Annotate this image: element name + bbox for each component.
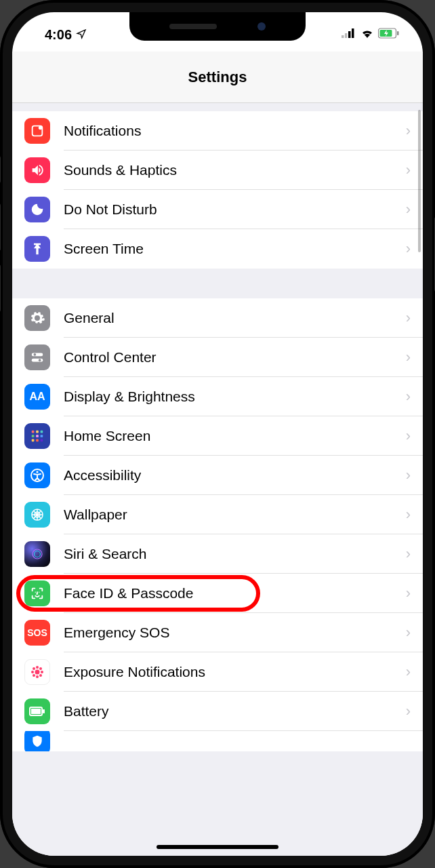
- home-screen-icon: [24, 423, 50, 449]
- home-indicator[interactable]: [157, 845, 278, 849]
- chevron-right-icon: ›: [406, 585, 411, 602]
- row-label: Sounds & Haptics: [64, 162, 406, 178]
- chevron-right-icon: ›: [406, 624, 411, 642]
- row-label: Battery: [64, 703, 406, 719]
- svg-rect-16: [32, 435, 35, 437]
- chevron-right-icon: ›: [406, 427, 411, 445]
- svg-rect-3: [352, 28, 354, 38]
- row-screen-time[interactable]: Screen Time ›: [12, 229, 423, 269]
- row-label: Emergency SOS: [64, 625, 406, 641]
- speaker-grille: [169, 24, 217, 29]
- chevron-right-icon: ›: [406, 388, 411, 406]
- chevron-right-icon: ›: [406, 349, 411, 366]
- row-label: General: [64, 310, 406, 326]
- row-label: Display & Brightness: [64, 389, 406, 405]
- page-title: Settings: [188, 68, 247, 86]
- exposure-icon: [24, 659, 50, 685]
- svg-point-32: [37, 676, 38, 677]
- svg-point-36: [40, 668, 41, 669]
- svg-point-11: [34, 353, 37, 356]
- row-battery[interactable]: Battery ›: [12, 692, 423, 731]
- chevron-right-icon: ›: [406, 663, 411, 681]
- screen-time-icon: [24, 236, 50, 262]
- row-label: Do Not Disturb: [64, 201, 406, 218]
- wifi-icon: [360, 28, 374, 41]
- svg-rect-40: [31, 709, 41, 714]
- row-label: Wallpaper: [64, 507, 406, 523]
- settings-list[interactable]: Notifications › Sounds & Haptics ›: [12, 103, 423, 856]
- svg-point-38: [40, 675, 41, 676]
- row-home-screen[interactable]: Home Screen ›: [12, 416, 423, 456]
- row-wallpaper[interactable]: Wallpaper ›: [12, 495, 423, 534]
- row-label: Exposure Notifications: [64, 664, 406, 680]
- chevron-right-icon: ›: [406, 201, 411, 218]
- svg-rect-6: [397, 31, 399, 35]
- svg-rect-0: [341, 35, 344, 38]
- svg-rect-13: [32, 431, 35, 433]
- svg-point-35: [33, 668, 35, 669]
- control-center-icon: [24, 344, 50, 370]
- accessibility-icon: [24, 462, 50, 488]
- svg-point-12: [39, 359, 41, 361]
- row-privacy-partial[interactable]: [12, 731, 423, 751]
- sounds-icon: [24, 157, 50, 183]
- chevron-right-icon: ›: [406, 309, 411, 327]
- row-do-not-disturb[interactable]: Do Not Disturb ›: [12, 190, 423, 229]
- general-icon: [24, 305, 50, 331]
- siri-icon: [24, 541, 50, 567]
- svg-point-28: [35, 591, 36, 592]
- dnd-icon: [24, 197, 50, 222]
- notifications-icon: [24, 118, 50, 144]
- svg-rect-18: [41, 435, 43, 437]
- svg-point-29: [39, 591, 39, 592]
- aa-glyph: AA: [29, 391, 45, 403]
- chevron-right-icon: ›: [406, 240, 411, 258]
- group-separator: [12, 103, 423, 111]
- svg-rect-41: [43, 709, 45, 713]
- row-emergency-sos[interactable]: SOS Emergency SOS ›: [12, 613, 423, 652]
- svg-point-31: [37, 667, 38, 668]
- wallpaper-icon: [24, 502, 50, 528]
- chevron-right-icon: ›: [406, 161, 411, 179]
- row-control-center[interactable]: Control Center ›: [12, 338, 423, 377]
- row-label: Control Center: [64, 349, 406, 366]
- battery-icon: [378, 28, 400, 41]
- notch: [129, 12, 306, 41]
- chevron-right-icon: ›: [406, 703, 411, 720]
- chevron-right-icon: ›: [406, 506, 411, 524]
- row-display-brightness[interactable]: AA Display & Brightness ›: [12, 377, 423, 416]
- scroll-indicator[interactable]: [418, 110, 421, 252]
- row-general[interactable]: General ›: [12, 298, 423, 338]
- mute-switch[interactable]: [0, 156, 1, 183]
- settings-group-a: Notifications › Sounds & Haptics ›: [12, 111, 423, 269]
- volume-down-button[interactable]: [0, 264, 1, 312]
- svg-point-37: [33, 675, 35, 676]
- chevron-right-icon: ›: [406, 545, 411, 563]
- row-face-id-passcode[interactable]: Face ID & Passcode ›: [12, 574, 423, 613]
- svg-rect-9: [32, 353, 43, 357]
- chevron-right-icon: ›: [406, 467, 411, 484]
- row-accessibility[interactable]: Accessibility ›: [12, 456, 423, 495]
- status-time: 4:06: [45, 27, 72, 43]
- svg-point-33: [32, 671, 33, 673]
- svg-rect-14: [36, 431, 39, 433]
- svg-rect-15: [41, 431, 43, 433]
- svg-rect-21: [41, 439, 43, 442]
- row-sounds-haptics[interactable]: Sounds & Haptics ›: [12, 151, 423, 190]
- row-notifications[interactable]: Notifications ›: [12, 111, 423, 151]
- row-label: Face ID & Passcode: [64, 585, 406, 601]
- row-label: Accessibility: [64, 467, 406, 484]
- group-separator: [12, 269, 423, 298]
- nav-header: Settings: [12, 52, 423, 103]
- svg-rect-2: [348, 31, 351, 38]
- volume-up-button[interactable]: [0, 203, 1, 251]
- svg-point-27: [35, 551, 41, 557]
- settings-group-b: General › Control Center › AA D: [12, 298, 423, 751]
- row-label: Siri & Search: [64, 546, 406, 562]
- row-siri-search[interactable]: Siri & Search ›: [12, 534, 423, 574]
- row-label: Notifications: [64, 123, 406, 139]
- svg-rect-1: [345, 33, 348, 38]
- row-exposure-notifications[interactable]: Exposure Notifications ›: [12, 652, 423, 692]
- chevron-right-icon: ›: [406, 122, 411, 140]
- display-icon: AA: [24, 384, 50, 410]
